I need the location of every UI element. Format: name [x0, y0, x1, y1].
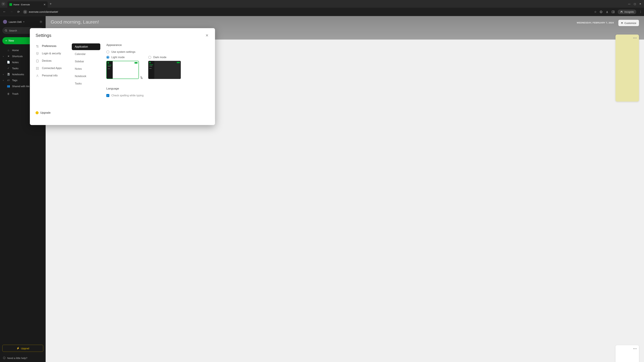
- dark-mode-preview[interactable]: [148, 61, 181, 79]
- subtab-tasks[interactable]: Tasks: [72, 80, 100, 87]
- new-tab-button[interactable]: +: [50, 2, 52, 6]
- svg-point-17: [37, 75, 38, 76]
- browser-tab[interactable]: Home - Evernote ✕: [8, 1, 48, 8]
- svg-point-7: [36, 45, 37, 46]
- category-connected-apps[interactable]: Connected Apps: [36, 66, 68, 70]
- radio-icon: [106, 56, 109, 59]
- browser-menu-icon[interactable]: ⋮: [639, 10, 642, 13]
- close-modal-button[interactable]: ✕: [204, 33, 209, 38]
- subtab-notes[interactable]: Notes: [72, 65, 100, 72]
- incognito-chip[interactable]: Incognito: [618, 9, 636, 14]
- settings-modal: Settings ✕ Preferences Login & security: [30, 28, 215, 125]
- category-personal-info[interactable]: Personal info: [36, 74, 68, 78]
- close-window-button[interactable]: ✕: [639, 2, 641, 5]
- settings-upgrade-link[interactable]: ↑ Upgrade: [36, 111, 68, 121]
- svg-point-9: [37, 53, 38, 54]
- maximize-button[interactable]: ▢: [634, 2, 636, 5]
- tab-title: Home - Evernote: [14, 3, 42, 6]
- shield-icon: [36, 52, 39, 55]
- radio-use-system[interactable]: Use system settings: [106, 50, 209, 53]
- preferences-subtabs: Application Calendar Sidebar Notes Noteb…: [72, 42, 100, 121]
- extensions-icon[interactable]: [600, 10, 602, 13]
- browser-tab-strip: Home - Evernote ✕ + — ▢ ✕: [0, 0, 644, 8]
- sidepanel-icon[interactable]: [612, 10, 615, 13]
- site-info-button[interactable]: [23, 10, 27, 14]
- incognito-icon: [620, 11, 623, 13]
- category-devices[interactable]: Devices: [36, 59, 68, 63]
- person-icon: [36, 74, 39, 78]
- radio-light-mode[interactable]: Light mode: [106, 56, 139, 59]
- svg-rect-16: [38, 69, 38, 69]
- devices-icon: [36, 59, 39, 63]
- modal-backdrop: Settings ✕ Preferences Login & security: [0, 16, 644, 362]
- svg-point-0: [25, 11, 25, 12]
- category-login-security[interactable]: Login & security: [36, 52, 68, 55]
- minimize-button[interactable]: —: [628, 2, 630, 5]
- apps-grid-icon: [36, 66, 39, 70]
- svg-rect-15: [36, 69, 37, 69]
- appearance-heading: Appearance: [106, 43, 209, 47]
- category-preferences[interactable]: Preferences: [36, 44, 68, 48]
- svg-rect-14: [38, 67, 38, 68]
- radio-icon: [106, 50, 109, 53]
- app-root: Lauren Deli ▾ Search + New ⌂Home ▸★Short…: [0, 16, 644, 362]
- svg-rect-2: [612, 11, 614, 13]
- theme-option-light: Light mode: [106, 56, 139, 79]
- svg-point-8: [38, 46, 38, 47]
- settings-categories: Preferences Login & security Devices Con…: [36, 42, 68, 121]
- upgrade-arrow-icon: ↑: [36, 111, 38, 114]
- downloads-icon[interactable]: [606, 10, 608, 13]
- modal-title: Settings: [36, 33, 51, 38]
- browser-address-bar: ← → ⟳ evernote.com/client/web#/ ☆ Incogn…: [0, 8, 644, 16]
- checkbox-icon: ✓: [106, 94, 109, 97]
- radio-dark-mode[interactable]: Dark mode: [148, 56, 181, 59]
- bookmark-icon[interactable]: ☆: [594, 10, 596, 13]
- light-mode-preview[interactable]: [106, 61, 139, 79]
- close-tab-button[interactable]: ✕: [44, 3, 46, 6]
- subtab-application[interactable]: Application: [72, 43, 100, 50]
- settings-content: Appearance Use system settings Light mod…: [104, 42, 209, 121]
- reload-button[interactable]: ⟳: [16, 10, 21, 14]
- back-button[interactable]: ←: [2, 10, 7, 13]
- theme-option-dark: Dark mode: [148, 56, 181, 79]
- forward-button[interactable]: →: [9, 10, 14, 13]
- svg-rect-13: [36, 67, 37, 68]
- subtab-notebook[interactable]: Notebook: [72, 73, 100, 80]
- spellcheck-checkbox-row[interactable]: ✓ Check spelling while typing: [106, 94, 209, 97]
- language-heading: Language: [106, 87, 209, 90]
- subtab-sidebar[interactable]: Sidebar: [72, 58, 100, 65]
- sliders-icon: [36, 44, 39, 48]
- svg-rect-11: [36, 60, 38, 62]
- url-text: evernote.com/client/web#/: [29, 10, 58, 13]
- url-field[interactable]: evernote.com/client/web#/: [23, 10, 592, 14]
- evernote-favicon: [10, 3, 12, 6]
- svg-point-1: [25, 12, 26, 12]
- subtab-calendar[interactable]: Calendar: [72, 51, 100, 57]
- radio-icon: [148, 56, 151, 59]
- tab-search-button[interactable]: [1, 2, 5, 6]
- window-controls: — ▢ ✕: [628, 2, 643, 5]
